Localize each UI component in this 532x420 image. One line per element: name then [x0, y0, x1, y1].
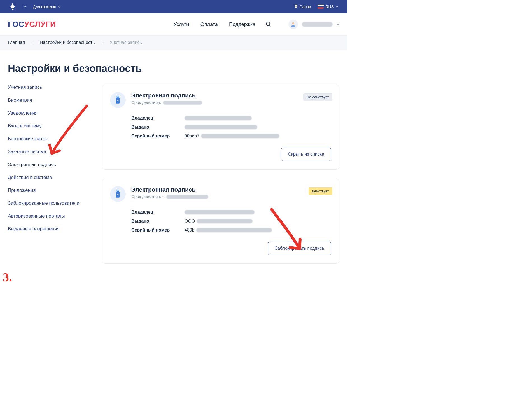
- logo-part-2: УСЛУГИ: [24, 20, 56, 29]
- validity-value-redacted: [166, 195, 208, 199]
- nav-services[interactable]: Услуги: [174, 22, 189, 27]
- crumb-current: Учетная запись: [110, 40, 142, 45]
- nav-support[interactable]: Поддержка: [229, 22, 255, 27]
- status-badge: Не действует: [303, 93, 333, 101]
- location-selector[interactable]: Саров: [294, 4, 311, 9]
- serial-value-redacted: [201, 134, 279, 138]
- breadcrumb: Главная → Настройки и безопасность → Уче…: [0, 35, 347, 50]
- issued-label: Выдано: [131, 219, 185, 224]
- svg-rect-4: [117, 96, 118, 97]
- sidebar-item-account[interactable]: Учетная запись: [8, 85, 92, 90]
- logo-part-1: ГОС: [8, 20, 24, 29]
- sidebar-item-auth-portals[interactable]: Авторизованные порталы: [8, 213, 92, 219]
- hide-from-list-button[interactable]: Скрыть из списка: [281, 148, 331, 161]
- serial-prefix: 480b: [185, 228, 195, 233]
- emblem-dropdown[interactable]: [24, 6, 26, 8]
- sidebar-item-activity[interactable]: Действия в системе: [8, 175, 92, 180]
- sidebar-item-blocked-users[interactable]: Заблокированные пользователи: [8, 200, 92, 206]
- svg-point-7: [117, 100, 119, 101]
- owner-label: Владелец: [131, 210, 185, 215]
- lang-label: RUS: [325, 4, 334, 9]
- svg-rect-9: [117, 190, 118, 191]
- flag-icon: [318, 5, 324, 9]
- usb-token-icon: [110, 186, 126, 202]
- serial-prefix: 00ada7: [185, 134, 199, 139]
- sidebar-item-permissions[interactable]: Выданные разрешения: [8, 226, 92, 232]
- status-badge: Действует: [309, 187, 332, 195]
- serial-label: Серийный номер: [131, 134, 185, 139]
- settings-sidebar: Учетная запись Биометрия Уведомления Вхо…: [8, 85, 92, 239]
- audience-selector[interactable]: Для граждан: [33, 4, 61, 9]
- validity-value-redacted: [163, 101, 202, 105]
- sidebar-item-bank-cards[interactable]: Банковские карты: [8, 136, 92, 142]
- svg-rect-10: [118, 190, 119, 191]
- card-title: Электронная подпись: [131, 92, 202, 99]
- card-title: Электронная подпись: [131, 186, 208, 193]
- serial-value-redacted: [196, 228, 272, 232]
- crumb-sep: →: [100, 40, 104, 45]
- owner-value-redacted: [185, 116, 252, 120]
- svg-point-12: [117, 194, 119, 195]
- validity-label: Срок действия: с: [131, 194, 164, 199]
- nav-payment[interactable]: Оплата: [200, 22, 218, 27]
- block-signature-button[interactable]: Заблокировать подпись: [268, 242, 331, 255]
- svg-rect-8: [117, 190, 119, 192]
- avatar: [288, 20, 298, 29]
- page-title: Настройки и безопасность: [8, 63, 339, 74]
- sidebar-item-biometrics[interactable]: Биометрия: [8, 97, 92, 103]
- esignature-card: Не действует Электронная подпись Срок де…: [102, 85, 339, 170]
- owner-label: Владелец: [131, 116, 185, 121]
- user-menu[interactable]: [288, 20, 339, 29]
- audience-label: Для граждан: [33, 4, 56, 9]
- serial-label: Серийный номер: [131, 228, 185, 233]
- crumb-sep: →: [30, 40, 34, 45]
- city-label: Саров: [299, 4, 311, 9]
- sidebar-item-notifications[interactable]: Уведомления: [8, 110, 92, 116]
- crumb-home[interactable]: Главная: [8, 40, 25, 45]
- esignature-card: Действует Электронная подпись Срок дейст…: [102, 179, 339, 264]
- sidebar-item-login[interactable]: Вход в систему: [8, 123, 92, 129]
- issued-value-redacted: [185, 125, 257, 129]
- issued-label: Выдано: [131, 125, 185, 130]
- annotation-step-number: 3.: [3, 270, 12, 284]
- owner-value-redacted: [185, 210, 255, 214]
- sidebar-item-reg-letters[interactable]: Заказные письма: [8, 149, 92, 155]
- user-name-redacted: [302, 22, 333, 27]
- site-logo[interactable]: ГОСУСЛУГИ: [8, 20, 56, 29]
- search-icon[interactable]: [265, 21, 272, 27]
- validity-label: Срок действия:: [131, 100, 161, 105]
- svg-point-0: [266, 22, 270, 26]
- crumb-settings[interactable]: Настройки и безопасность: [40, 40, 95, 45]
- sidebar-item-esignature[interactable]: Электронная подпись: [8, 162, 92, 167]
- svg-rect-5: [118, 96, 119, 97]
- svg-line-1: [269, 25, 271, 27]
- issued-prefix: ООО: [185, 219, 195, 224]
- sidebar-item-apps[interactable]: Приложения: [8, 188, 92, 193]
- chevron-down-icon: [337, 24, 339, 25]
- issued-value-redacted: [197, 219, 253, 223]
- language-selector[interactable]: RUS: [318, 4, 338, 9]
- usb-token-icon: [110, 92, 126, 108]
- svg-rect-3: [117, 96, 119, 97]
- gov-emblem-icon: [9, 3, 17, 11]
- svg-point-2: [292, 22, 294, 24]
